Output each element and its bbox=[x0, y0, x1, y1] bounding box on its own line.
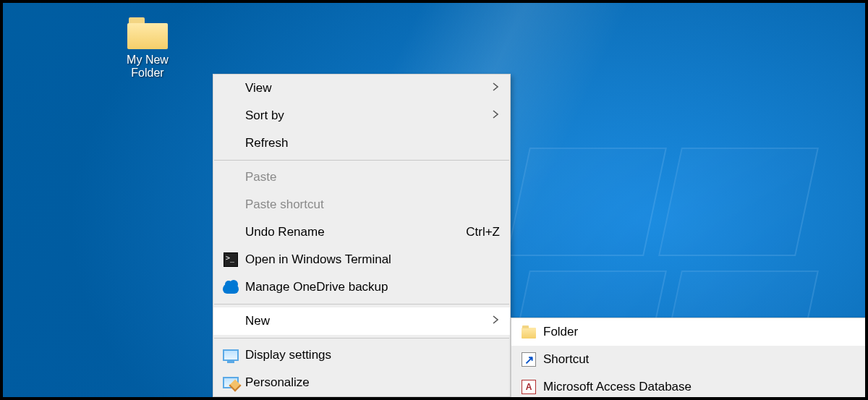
menu-item-label: Open in Windows Terminal bbox=[245, 252, 500, 267]
menu-item-label: Refresh bbox=[245, 136, 500, 150]
menu-item-label: Paste shortcut bbox=[245, 197, 500, 212]
menu-separator bbox=[214, 304, 509, 305]
access-icon: A bbox=[522, 380, 536, 394]
menu-item-label: New bbox=[245, 314, 491, 328]
chevron-right-icon bbox=[491, 108, 500, 123]
menu-separator bbox=[214, 338, 509, 339]
submenu-item-label: Shortcut bbox=[543, 352, 856, 367]
shortcut-icon: ↗ bbox=[522, 352, 536, 367]
menu-item-label: Display settings bbox=[245, 348, 500, 362]
submenu-item-shortcut[interactable]: ↗ Shortcut bbox=[511, 346, 866, 373]
menu-item-refresh[interactable]: Refresh bbox=[213, 129, 510, 157]
menu-item-paste-shortcut: Paste shortcut bbox=[213, 191, 510, 218]
desktop-item-label: My New Folder bbox=[111, 54, 184, 80]
desktop-item-my-new-folder[interactable]: My New Folder bbox=[111, 17, 184, 80]
menu-item-label: Sort by bbox=[245, 108, 491, 123]
menu-item-manage-onedrive-backup[interactable]: Manage OneDrive backup bbox=[213, 273, 510, 301]
submenu-item-label: Microsoft Access Database bbox=[543, 380, 856, 394]
menu-item-display-settings[interactable]: Display settings bbox=[213, 341, 510, 369]
menu-item-label: Personalize bbox=[245, 375, 500, 390]
menu-item-label: Manage OneDrive backup bbox=[245, 280, 500, 294]
folder-icon bbox=[127, 17, 168, 49]
menu-item-undo-rename[interactable]: Undo Rename Ctrl+Z bbox=[213, 218, 510, 246]
new-submenu: Folder ↗ Shortcut A Microsoft Access Dat… bbox=[511, 318, 867, 400]
onedrive-icon bbox=[223, 284, 239, 294]
chevron-right-icon bbox=[491, 314, 500, 328]
submenu-item-access-db[interactable]: A Microsoft Access Database bbox=[511, 373, 866, 400]
menu-item-label: Undo Rename bbox=[245, 225, 457, 239]
menu-item-label: Paste bbox=[245, 170, 500, 184]
menu-item-view[interactable]: View bbox=[213, 75, 510, 102]
monitor-icon bbox=[223, 349, 239, 361]
personalize-icon bbox=[223, 377, 239, 388]
submenu-item-label: Folder bbox=[543, 325, 856, 339]
chevron-right-icon bbox=[491, 81, 500, 95]
menu-item-shortcut: Ctrl+Z bbox=[466, 225, 500, 239]
menu-item-personalize[interactable]: Personalize bbox=[213, 369, 510, 396]
menu-item-open-windows-terminal[interactable]: Open in Windows Terminal bbox=[213, 246, 510, 273]
menu-separator bbox=[214, 160, 509, 161]
menu-item-paste: Paste bbox=[213, 163, 510, 191]
folder-icon bbox=[522, 328, 536, 339]
submenu-item-folder[interactable]: Folder bbox=[511, 318, 866, 346]
menu-item-new[interactable]: New bbox=[213, 307, 510, 335]
menu-item-sort-by[interactable]: Sort by bbox=[213, 102, 510, 129]
desktop-context-menu: View Sort by Refresh Paste Paste shortcu… bbox=[213, 74, 511, 397]
menu-item-label: View bbox=[245, 81, 491, 95]
terminal-icon bbox=[224, 252, 238, 267]
